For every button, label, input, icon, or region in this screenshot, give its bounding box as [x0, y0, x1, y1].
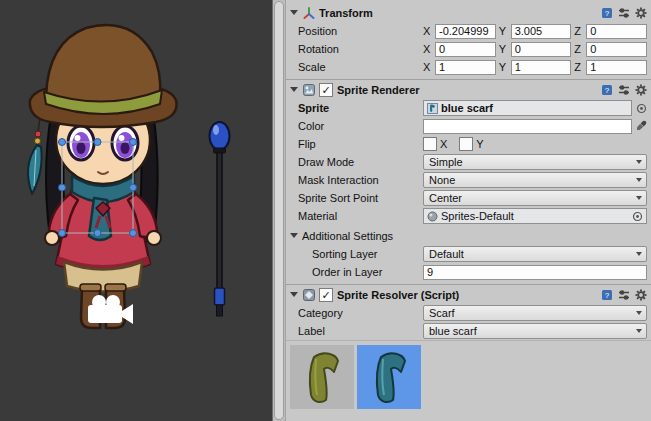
presets-icon[interactable] — [617, 83, 630, 96]
scale-vector: X 1 Y 1 Z 1 — [423, 60, 647, 75]
axis-y-label: Y — [499, 61, 508, 73]
axis-z-label: Z — [574, 43, 583, 55]
position-label: Position — [298, 25, 423, 37]
inspector-panel: Transform ? Position X -0.204999 Y 3.005… — [286, 0, 651, 421]
axis-z-label: Z — [574, 61, 583, 73]
axis-z-label: Z — [574, 25, 583, 37]
presets-icon[interactable] — [617, 288, 630, 301]
blue-scarf-thumbnail[interactable] — [357, 345, 421, 409]
additional-settings-foldout[interactable]: Additional Settings — [286, 226, 651, 245]
axis-y-label: Y — [499, 25, 508, 37]
category-label: Category — [298, 307, 423, 319]
axis-x-label: X — [423, 61, 432, 73]
label-row: Label blue scarf — [286, 322, 651, 340]
foldout-arrow-icon[interactable] — [290, 233, 298, 238]
foldout-arrow-icon[interactable] — [290, 87, 298, 92]
scale-x-field[interactable]: 1 — [435, 60, 496, 75]
sprite-renderer-header[interactable]: ✓ Sprite Renderer ? — [286, 79, 651, 99]
position-x-field[interactable]: -0.204999 — [435, 24, 496, 39]
left-eye — [68, 126, 94, 160]
flip-y-checkbox[interactable] — [459, 137, 473, 151]
sprite-sort-point-label: Sprite Sort Point — [298, 192, 423, 204]
draw-mode-dropdown[interactable]: Simple — [423, 154, 647, 170]
gear-icon[interactable] — [634, 83, 647, 96]
flip-x-checkbox[interactable] — [423, 137, 437, 151]
object-picker-icon[interactable] — [631, 210, 643, 222]
help-icon[interactable]: ? — [600, 288, 613, 301]
axis-x-label: X — [423, 25, 432, 37]
color-swatch-field[interactable] — [423, 119, 632, 134]
scale-y-field[interactable]: 1 — [511, 60, 572, 75]
material-field-value: Sprites-Default — [441, 210, 514, 222]
sprite-renderer-title: Sprite Renderer — [337, 84, 420, 96]
object-picker-icon[interactable] — [635, 102, 647, 114]
gear-icon[interactable] — [634, 6, 647, 19]
help-icon[interactable]: ? — [600, 83, 613, 96]
label-label: Label — [298, 325, 423, 337]
transform-header[interactable]: Transform ? — [286, 3, 651, 22]
order-in-layer-row: Order in Layer 9 — [286, 263, 651, 281]
category-dropdown[interactable]: Scarf — [423, 305, 647, 321]
label-dropdown[interactable]: blue scarf — [423, 323, 647, 339]
material-label: Material — [298, 210, 423, 222]
sprite-row: Sprite blue scarf — [286, 99, 651, 117]
additional-settings-label: Additional Settings — [302, 230, 393, 242]
rotation-row: Rotation X 0 Y 0 Z 0 — [286, 40, 651, 58]
sprite-resolver-title: Sprite Resolver (Script) — [337, 289, 459, 301]
position-row: Position X -0.204999 Y 3.005 Z 0 — [286, 22, 651, 40]
sorting-layer-label: Sorting Layer — [312, 248, 423, 260]
sprite-resolver-icon — [302, 288, 315, 301]
scene-view[interactable] — [0, 0, 272, 421]
category-row: Category Scarf — [286, 304, 651, 322]
mask-interaction-label: Mask Interaction — [298, 174, 423, 186]
material-row: Material Sprites-Default — [286, 207, 651, 225]
sprite-renderer-icon — [302, 83, 315, 96]
foldout-arrow-icon[interactable] — [290, 292, 298, 297]
sprite-resolver-header[interactable]: ✓ Sprite Resolver (Script) ? — [286, 284, 651, 304]
rotation-vector: X 0 Y 0 Z 0 — [423, 42, 647, 57]
draw-mode-row: Draw Mode Simple — [286, 153, 651, 171]
green-scarf-thumbnail[interactable] — [290, 345, 354, 409]
inspector-scrollbar[interactable] — [272, 0, 286, 421]
transform-icon — [302, 6, 315, 19]
rotation-x-field[interactable]: 0 — [435, 42, 496, 57]
rotation-label: Rotation — [298, 43, 423, 55]
sprite-renderer-enabled-checkbox[interactable]: ✓ — [319, 83, 333, 97]
material-object-field[interactable]: Sprites-Default — [423, 208, 647, 224]
position-z-field[interactable]: 0 — [586, 24, 647, 39]
scale-row: Scale X 1 Y 1 Z 1 — [286, 58, 651, 76]
scene-canvas — [0, 0, 272, 421]
sprite-thumbnail-icon — [427, 103, 438, 114]
sprite-sort-point-dropdown[interactable]: Center — [423, 190, 647, 206]
mask-interaction-row: Mask Interaction None — [286, 171, 651, 189]
help-icon[interactable]: ? — [600, 6, 613, 19]
mask-interaction-dropdown[interactable]: None — [423, 172, 647, 188]
presets-icon[interactable] — [617, 6, 630, 19]
foldout-arrow-icon[interactable] — [290, 10, 298, 15]
sprite-object-field[interactable]: blue scarf — [423, 100, 632, 116]
flip-y-label: Y — [476, 138, 483, 150]
rotation-z-field[interactable]: 0 — [586, 42, 647, 57]
draw-mode-label: Draw Mode — [298, 156, 423, 168]
eyedropper-icon[interactable] — [635, 120, 647, 132]
material-sphere-icon — [427, 211, 438, 222]
sprite-sort-point-row: Sprite Sort Point Center — [286, 189, 651, 207]
svg-text:?: ? — [604, 86, 609, 95]
scale-z-field[interactable]: 1 — [586, 60, 647, 75]
unity-editor-window: Transform ? Position X -0.204999 Y 3.005… — [0, 0, 651, 421]
gear-icon[interactable] — [634, 288, 647, 301]
order-in-layer-field[interactable]: 9 — [423, 265, 647, 280]
position-vector: X -0.204999 Y 3.005 Z 0 — [423, 24, 647, 39]
flip-x-label: X — [440, 138, 447, 150]
sprite-field-value: blue scarf — [441, 102, 493, 114]
sorting-layer-dropdown[interactable]: Default — [423, 246, 647, 262]
sprite-variant-list — [286, 340, 651, 421]
position-y-field[interactable]: 3.005 — [511, 24, 572, 39]
rotation-y-field[interactable]: 0 — [511, 42, 572, 57]
scrollbar-thumb[interactable] — [274, 1, 284, 420]
sprite-resolver-enabled-checkbox[interactable]: ✓ — [319, 288, 333, 302]
transform-title: Transform — [319, 7, 373, 19]
color-row: Color — [286, 117, 651, 135]
svg-text:?: ? — [604, 9, 609, 18]
flip-row: Flip X Y — [286, 135, 651, 153]
